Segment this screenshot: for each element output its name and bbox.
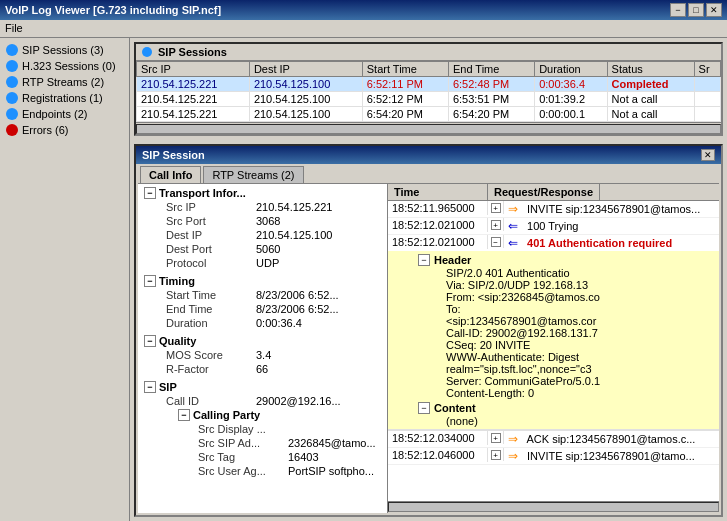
table-row[interactable]: 210.54.125.221 210.54.125.100 6:54:20 PM…	[137, 107, 721, 122]
tree-row-srcport: Src Port 3068	[162, 214, 383, 228]
srcsip-value: 2326845@tamo...	[288, 437, 376, 449]
close-button[interactable]: ✕	[706, 3, 722, 17]
cell-src-ip: 210.54.125.221	[137, 77, 250, 92]
sidebar-item-sip-sessions[interactable]: SIP Sessions (3)	[2, 42, 127, 58]
sidebar-item-registrations[interactable]: Registrations (1)	[2, 90, 127, 106]
tree-row-mos: MOS Score 3.4	[162, 348, 383, 362]
timing-header: − Timing	[142, 274, 383, 288]
callid-value: 29002@192.16...	[256, 395, 341, 407]
arrow-in-3: ⇐	[508, 236, 524, 250]
expand-btn-4[interactable]: +	[491, 433, 501, 443]
response-cell-3: ⇐ 401 Authentication required	[504, 235, 719, 251]
expand-cell-3: −	[488, 235, 504, 248]
time-row-3-group: 18:52:12.021000 − ⇐ 401 Authentication r…	[388, 235, 719, 431]
tab-call-info[interactable]: Call Info	[140, 166, 201, 183]
hline-9: realm="sip.tsft.loc",nonce="c3	[434, 363, 715, 375]
response-text-4: ACK sip:12345678901@tamos.c...	[526, 433, 695, 445]
transport-expand[interactable]: −	[144, 187, 156, 199]
sidebar-item-rtp-streams[interactable]: RTP Streams (2)	[2, 74, 127, 90]
srcsip-label: Src SIP Ad...	[198, 437, 288, 449]
expand-btn-2[interactable]: +	[491, 220, 501, 230]
callid-label: Call ID	[166, 395, 256, 407]
duration-value: 0:00:36.4	[256, 317, 302, 329]
col-start-time: Start Time	[362, 62, 448, 77]
response-cell-4: ⇒ ACK sip:12345678901@tamos.c...	[504, 431, 719, 447]
time-panel: Time Request/Response 18:52:11.965000 +	[388, 184, 719, 513]
dialog-close-button[interactable]: ✕	[701, 149, 715, 161]
sessions-table-header-row: Src IP Dest IP Start Time End Time Durat…	[137, 62, 721, 77]
sidebar-item-endpoints[interactable]: Endpoints (2)	[2, 106, 127, 122]
expand-btn-1[interactable]: +	[491, 203, 501, 213]
srcuserag-value: PortSIP softpho...	[288, 465, 374, 477]
sessions-table: Src IP Dest IP Start Time End Time Durat…	[136, 61, 721, 122]
sip-expand[interactable]: −	[144, 381, 156, 393]
expand-btn-3[interactable]: −	[491, 237, 501, 247]
response-cell-5: ⇒ INVITE sip:12345678901@tamo...	[504, 448, 719, 464]
hline-4: To:	[434, 303, 715, 315]
timing-expand[interactable]: −	[144, 275, 156, 287]
ep-label: Endpoints (2)	[22, 108, 87, 120]
transport-label: Transport Infor...	[159, 187, 246, 199]
response-cell-1: ⇒ INVITE sip:12345678901@tamos...	[504, 201, 719, 217]
tree-row-endtime: End Time 8/23/2006 6:52...	[162, 302, 383, 316]
cell-duration: 0:01:39.2	[535, 92, 607, 107]
tree-row-callid: Call ID 29002@192.16...	[162, 394, 383, 408]
time-rows[interactable]: 18:52:11.965000 + ⇒ INVITE sip:123456789…	[388, 201, 719, 501]
cell-start-time: 6:54:20 PM	[362, 107, 448, 122]
expand-btn-5[interactable]: +	[491, 450, 501, 460]
quality-section: − Quality MOS Score 3.4 R-Factor	[138, 332, 387, 378]
main-layout: SIP Sessions (3) H.323 Sessions (0) RTP …	[0, 38, 727, 521]
sessions-hscroll[interactable]	[136, 122, 721, 134]
col-src-ip: Src IP	[137, 62, 250, 77]
tree-panel: − Transport Infor... Src IP 210.54.125.2…	[138, 184, 388, 513]
minimize-button[interactable]: −	[670, 3, 686, 17]
endtime-value: 8/23/2006 6:52...	[256, 303, 339, 315]
sidebar-item-h323-sessions[interactable]: H.323 Sessions (0)	[2, 58, 127, 74]
table-row[interactable]: 210.54.125.221 210.54.125.100 6:52:12 PM…	[137, 92, 721, 107]
hline-2: Via: SIP/2.0/UDP 192.168.13	[434, 279, 715, 291]
cell-src-ip: 210.54.125.221	[137, 92, 250, 107]
expand-cell-2: +	[488, 218, 504, 231]
quality-expand[interactable]: −	[144, 335, 156, 347]
time-cell-1: 18:52:11.965000	[388, 201, 488, 215]
srcuserag-label: Src User Ag...	[198, 465, 288, 477]
tree-scroll[interactable]: − Transport Infor... Src IP 210.54.125.2…	[138, 184, 387, 513]
response-text-2: 100 Trying	[527, 220, 578, 232]
maximize-button[interactable]: □	[688, 3, 704, 17]
rtp-label: RTP Streams (2)	[22, 76, 104, 88]
response-col-header: Request/Response	[488, 184, 600, 200]
sip-sessions-label: SIP Sessions (3)	[22, 44, 104, 56]
response-cell-2: ⇐ 100 Trying	[504, 218, 719, 234]
hline-11: Content-Length: 0	[434, 387, 715, 399]
rtp-dot	[6, 76, 18, 88]
hline-6: Call-ID: 29002@192.168.131.7	[434, 327, 715, 339]
sessions-scroll[interactable]: Src IP Dest IP Start Time End Time Durat…	[136, 61, 721, 122]
dest-ip-value: 210.54.125.100	[256, 229, 332, 241]
sip-rows: Call ID 29002@192.16... − Calling Party	[142, 394, 383, 478]
srctag-label: Src Tag	[198, 451, 288, 463]
quality-rows: MOS Score 3.4 R-Factor 66	[142, 348, 383, 376]
menu-file[interactable]: File	[5, 22, 23, 34]
time-hscroll[interactable]	[388, 501, 719, 513]
dest-port-value: 5060	[256, 243, 280, 255]
src-port-value: 3068	[256, 215, 280, 227]
table-row[interactable]: 210.54.125.221 210.54.125.100 6:52:11 PM…	[137, 77, 721, 92]
h323-label: H.323 Sessions (0)	[22, 60, 116, 72]
sidebar-item-errors[interactable]: Errors (6)	[2, 122, 127, 138]
time-row-2: 18:52:12.021000 + ⇐ 100 Trying	[388, 218, 719, 235]
content-expand[interactable]: −	[418, 402, 430, 414]
right-content: Time Request/Response 18:52:11.965000 +	[388, 184, 719, 513]
arrow-in-2: ⇐	[508, 219, 524, 233]
header-expand[interactable]: −	[418, 254, 430, 266]
rfactor-label: R-Factor	[166, 363, 256, 375]
calling-expand[interactable]: −	[178, 409, 190, 421]
calling-party-header: − Calling Party	[162, 408, 383, 422]
sip-sessions-title: SIP Sessions	[158, 46, 227, 58]
dialog-header: SIP Session ✕	[136, 146, 721, 164]
reg-dot	[6, 92, 18, 104]
transport-section: − Transport Infor... Src IP 210.54.125.2…	[138, 184, 387, 272]
quality-label: Quality	[159, 335, 196, 347]
timing-label: Timing	[159, 275, 195, 287]
hline-7: CSeq: 20 INVITE	[434, 339, 715, 351]
tab-rtp-streams[interactable]: RTP Streams (2)	[203, 166, 303, 183]
